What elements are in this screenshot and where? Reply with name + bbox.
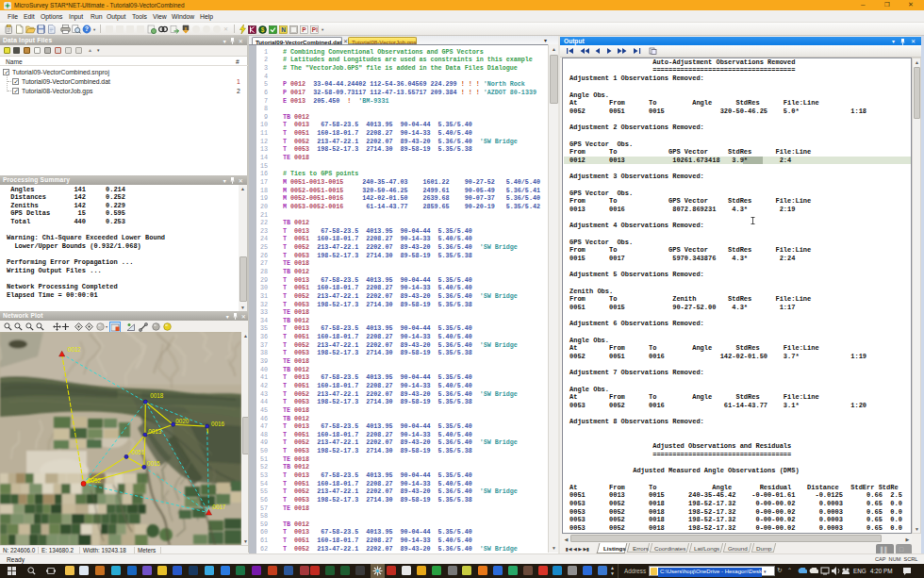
svg-text:P: P [302,26,306,33]
svg-text:0013: 0013 [148,428,162,435]
svg-text:0012: 0012 [68,346,82,353]
svg-text:0017: 0017 [212,504,226,510]
svg-text:0052: 0052 [88,477,102,484]
svg-text:$: $ [261,26,265,34]
svg-text:0018: 0018 [150,392,164,399]
svg-text:P: P [312,26,317,33]
svg-text:0016: 0016 [211,421,225,427]
svg-text:0051: 0051 [131,449,145,455]
svg-text:?: ? [85,25,89,32]
svg-text:0015: 0015 [147,460,161,467]
svg-text:N: N [281,26,286,33]
svg-text:0020: 0020 [175,418,190,424]
